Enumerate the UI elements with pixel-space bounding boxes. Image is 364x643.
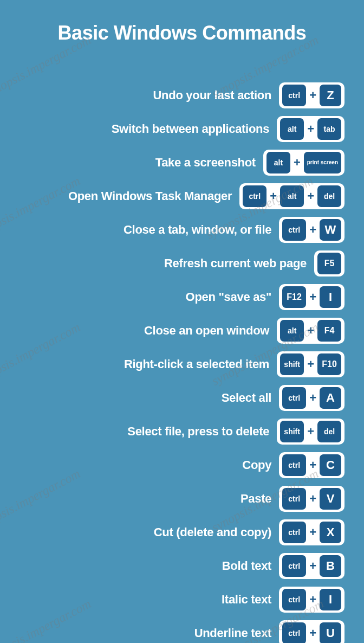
key-combo: F5 bbox=[314, 250, 344, 277]
plus-separator: + bbox=[308, 290, 317, 304]
shortcut-row: Cut (delete and copy)ctrl+X bbox=[20, 519, 344, 545]
keycap: F12 bbox=[282, 286, 306, 308]
shortcut-row: Undo your last actionctrl+Z bbox=[20, 82, 344, 108]
keycap: F10 bbox=[317, 353, 341, 375]
key-combo: ctrl+W bbox=[279, 217, 344, 243]
shortcut-list: Undo your last actionctrl+ZSwitch betwee… bbox=[20, 82, 344, 643]
keycap: tab bbox=[317, 118, 341, 140]
shortcut-label: Open Windows Task Manager bbox=[68, 189, 232, 203]
plus-separator: + bbox=[308, 626, 317, 640]
shortcut-row: Italic textctrl+I bbox=[20, 587, 344, 613]
shortcut-label: Switch between applications bbox=[112, 122, 269, 136]
keycap: U bbox=[320, 622, 341, 643]
shortcut-row: Bold textctrl+B bbox=[20, 553, 344, 579]
shortcut-label: Select all bbox=[222, 391, 271, 405]
keycap: alt bbox=[266, 152, 290, 173]
shortcut-label: Cut (delete and copy) bbox=[154, 525, 271, 539]
keycap: shift bbox=[280, 353, 304, 375]
plus-separator: + bbox=[308, 559, 317, 573]
keycap: B bbox=[320, 555, 341, 577]
keycap: F5 bbox=[317, 253, 341, 274]
keycap: ctrl bbox=[282, 454, 306, 476]
shortcut-row: Close a tab, window, or filectrl+W bbox=[20, 217, 344, 243]
shortcuts-card: Basic Windows Commands Undo your last ac… bbox=[0, 0, 364, 643]
shortcut-label: Close a tab, window, or file bbox=[123, 223, 271, 237]
shortcut-label: Open "save as" bbox=[186, 290, 272, 304]
keycap: ctrl bbox=[282, 589, 306, 610]
key-combo: ctrl+I bbox=[279, 587, 344, 613]
keycap: ctrl bbox=[282, 85, 306, 106]
key-combo: alt+tab bbox=[277, 116, 344, 142]
shortcut-label: Close an open window bbox=[144, 324, 269, 338]
shortcut-row: Open "save as"F12+I bbox=[20, 284, 344, 310]
plus-separator: + bbox=[308, 223, 317, 237]
shortcut-label: Paste bbox=[240, 492, 271, 506]
plus-separator: + bbox=[306, 357, 315, 371]
keycap: ctrl bbox=[243, 185, 266, 207]
keycap: F4 bbox=[317, 320, 341, 342]
keycap: shift bbox=[280, 421, 304, 442]
shortcut-label: Right-click a selected item bbox=[124, 357, 269, 371]
plus-separator: + bbox=[306, 324, 315, 338]
keycap: alt bbox=[280, 118, 304, 140]
keycap: ctrl bbox=[282, 555, 306, 577]
key-combo: ctrl+C bbox=[279, 452, 344, 478]
shortcut-row: Open Windows Task Managerctrl+alt+del bbox=[20, 183, 344, 209]
keycap: print screen bbox=[304, 152, 341, 173]
key-combo: F12+I bbox=[279, 284, 344, 310]
keycap: X bbox=[320, 522, 341, 543]
shortcut-label: Take a screenshot bbox=[155, 156, 256, 170]
key-combo: ctrl+X bbox=[279, 519, 344, 545]
key-combo: ctrl+B bbox=[279, 553, 344, 579]
shortcut-row: Switch between applicationsalt+tab bbox=[20, 116, 344, 142]
shortcut-label: Bold text bbox=[222, 559, 271, 573]
keycap: alt bbox=[280, 320, 304, 342]
key-combo: ctrl+Z bbox=[279, 82, 344, 108]
shortcut-label: Select file, press to delete bbox=[127, 425, 269, 439]
keycap: del bbox=[317, 421, 341, 442]
plus-separator: + bbox=[308, 492, 317, 506]
keycap: alt bbox=[280, 185, 304, 207]
plus-separator: + bbox=[308, 88, 317, 102]
shortcut-row: Close an open windowalt+F4 bbox=[20, 318, 344, 344]
keycap: Z bbox=[320, 85, 341, 106]
key-combo: alt+F4 bbox=[277, 318, 344, 344]
plus-separator: + bbox=[308, 458, 317, 472]
shortcut-label: Refresh current web page bbox=[164, 256, 307, 271]
shortcut-label: Italic text bbox=[222, 593, 271, 607]
page-title: Basic Windows Commands bbox=[20, 22, 344, 44]
keycap: ctrl bbox=[282, 219, 306, 241]
keycap: ctrl bbox=[282, 488, 306, 510]
shortcut-row: Refresh current web pageF5 bbox=[20, 250, 344, 277]
plus-separator: + bbox=[308, 391, 317, 405]
plus-separator: + bbox=[306, 189, 315, 203]
keycap: C bbox=[320, 454, 341, 476]
shortcut-row: Copyctrl+C bbox=[20, 452, 344, 478]
shortcut-row: Underline textctrl+U bbox=[20, 620, 344, 643]
shortcut-row: Select allctrl+A bbox=[20, 385, 344, 411]
keycap: W bbox=[320, 219, 341, 241]
shortcut-row: Select file, press to deleteshift+del bbox=[20, 419, 344, 445]
keycap: I bbox=[320, 286, 341, 308]
plus-separator: + bbox=[308, 593, 317, 607]
keycap: I bbox=[320, 589, 341, 610]
key-combo: ctrl+U bbox=[279, 620, 344, 643]
shortcut-label: Underline text bbox=[194, 626, 272, 640]
key-combo: ctrl+A bbox=[279, 385, 344, 411]
shortcut-row: Right-click a selected itemshift+F10 bbox=[20, 351, 344, 377]
plus-separator: + bbox=[269, 189, 278, 203]
plus-separator: + bbox=[308, 525, 317, 539]
plus-separator: + bbox=[292, 156, 302, 170]
shortcut-label: Copy bbox=[242, 458, 271, 472]
keycap: ctrl bbox=[282, 622, 306, 643]
keycap: V bbox=[320, 488, 341, 510]
plus-separator: + bbox=[306, 425, 315, 439]
keycap: A bbox=[320, 387, 341, 409]
key-combo: ctrl+V bbox=[279, 486, 344, 512]
keycap: del bbox=[317, 185, 341, 207]
key-combo: ctrl+alt+del bbox=[239, 183, 344, 209]
keycap: ctrl bbox=[282, 387, 306, 409]
shortcut-label: Undo your last action bbox=[153, 88, 272, 102]
key-combo: alt+print screen bbox=[263, 150, 344, 176]
plus-separator: + bbox=[306, 122, 315, 136]
